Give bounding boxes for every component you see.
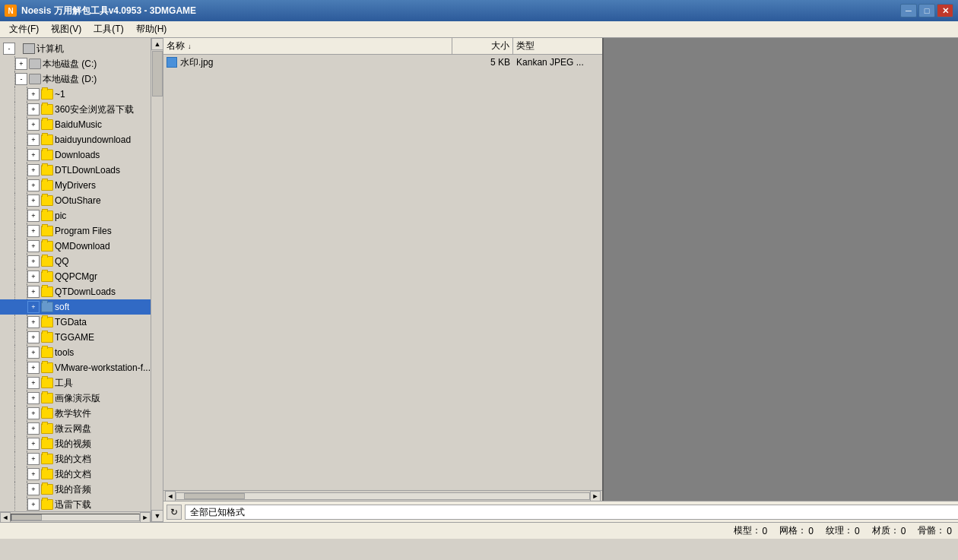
expand-drive-c[interactable]: + — [15, 58, 27, 70]
status-bone-value: 0 — [947, 526, 952, 536]
tree-node-computer[interactable]: - 计算机 — [0, 41, 151, 56]
tree-node-folder-tools[interactable]: + tools — [0, 345, 151, 360]
tree-node-folder-mydrivers[interactable]: + MyDrivers — [0, 178, 151, 193]
expand-folder-tools-cn[interactable]: + — [27, 377, 40, 389]
file-hscroll-right[interactable]: ► — [590, 491, 601, 501]
expand-folder-vmware[interactable]: + — [27, 362, 40, 374]
tree-node-folder-qq[interactable]: + QQ — [0, 254, 151, 269]
expand-folder-mydoc2[interactable]: + — [27, 468, 40, 480]
tree-node-folder-tggame[interactable]: + TGGAME — [0, 330, 151, 345]
expand-folder-qmdownload[interactable]: + — [27, 240, 40, 252]
tree-hscroll-thumb[interactable] — [11, 514, 42, 520]
expand-folder-downloads[interactable]: + — [27, 149, 40, 161]
status-mesh-label: 网格： — [779, 524, 807, 537]
expand-folder-1[interactable]: + — [27, 88, 40, 100]
expand-folder-dtl[interactable]: + — [27, 164, 40, 176]
tree-node-folder-thunder[interactable]: + 迅雷下载 — [0, 497, 151, 511]
tree-node-folder-mydoc[interactable]: + 我的文档 — [0, 451, 151, 467]
column-size-label: 大小 — [491, 40, 509, 51]
expand-folder-tgdata[interactable]: + — [27, 316, 40, 328]
tree-node-folder-1[interactable]: + ~1 — [0, 87, 151, 102]
tree-node-folder-dtl[interactable]: + DTLDownLoads — [0, 163, 151, 178]
maximize-button[interactable]: □ — [918, 4, 935, 17]
tree-node-drive-c[interactable]: + 本地磁盘 (C:) — [0, 56, 151, 71]
tree-vscroll-track[interactable] — [151, 50, 163, 510]
tree-node-folder-programfiles[interactable]: + Program Files — [0, 223, 151, 239]
tree-node-folder-qqpcmgr[interactable]: + QQPCMgr — [0, 269, 151, 284]
expand-folder-tools[interactable]: + — [27, 346, 40, 359]
tree-node-folder-baiduyun[interactable]: + baiduyundownload — [0, 132, 151, 147]
tree-node-drive-d[interactable]: - 本地磁盘 (D:) — [0, 71, 151, 87]
expand-folder-myaudio[interactable]: + — [27, 483, 40, 495]
expand-folder-360[interactable]: + — [27, 103, 40, 115]
expand-folder-qtdownloads[interactable]: + — [27, 286, 40, 298]
expand-folder-mydrivers[interactable]: + — [27, 179, 40, 191]
file-hscroll[interactable]: ◄ ► — [163, 490, 602, 501]
tree-vscroll-thumb[interactable] — [152, 51, 163, 96]
tree-label-folder-qqpcmgr: QQPCMgr — [55, 271, 97, 282]
tree-node-folder-mydoc2[interactable]: + 我的文档 — [0, 467, 151, 482]
column-size[interactable]: 大小 — [452, 38, 513, 54]
refresh-button[interactable]: ↻ — [167, 505, 182, 520]
tree-node-folder-weiyun[interactable]: + 微云网盘 — [0, 421, 151, 436]
tree-vertical-scrollbar[interactable]: ▲ ▼ — [151, 38, 163, 522]
file-row-shuiyin[interactable]: 水印.jpg 5 KB Kankan JPEG ... — [163, 55, 602, 70]
tree-label-folder-tggame: TGGAME — [55, 332, 94, 343]
column-name[interactable]: 名称 ↓ — [163, 38, 452, 54]
expand-folder-baidu-music[interactable]: + — [27, 119, 40, 131]
expand-folder-myvideo[interactable]: + — [27, 438, 40, 450]
expand-folder-qq[interactable]: + — [27, 255, 40, 267]
tree-node-folder-pic[interactable]: + pic — [0, 208, 151, 223]
tree-hscroll-left[interactable]: ◄ — [0, 512, 11, 522]
menu-tools[interactable]: 工具(T) — [87, 21, 129, 37]
expand-folder-qqpcmgr[interactable]: + — [27, 271, 40, 283]
file-hscroll-thumb[interactable] — [184, 493, 245, 499]
column-type[interactable]: 类型 — [513, 38, 602, 54]
tree-node-folder-360[interactable]: + 360安全浏览器下载 — [0, 102, 151, 117]
expand-computer[interactable]: - — [3, 43, 15, 55]
tree-node-folder-myvideo[interactable]: + 我的视频 — [0, 436, 151, 451]
expand-folder-ootushare[interactable]: + — [27, 195, 40, 207]
expand-folder-tggame[interactable]: + — [27, 331, 40, 343]
minimize-button[interactable]: ─ — [900, 4, 917, 17]
tree-node-folder-software[interactable]: + 教学软件 — [0, 406, 151, 421]
tree-node-folder-myaudio[interactable]: + 我的音频 — [0, 482, 151, 497]
expand-folder-slideshow[interactable]: + — [27, 392, 40, 404]
tree-node-folder-qmdownload[interactable]: + QMDownload — [0, 239, 151, 254]
tree-node-folder-tgdata[interactable]: + TGData — [0, 315, 151, 330]
tree-node-folder-ootushare[interactable]: + OOtuShare — [0, 193, 151, 208]
format-select[interactable]: 全部已知格式 — [186, 505, 958, 519]
menu-help[interactable]: 帮助(H) — [130, 21, 173, 37]
tree-label-drive-c: 本地磁盘 (C:) — [43, 58, 97, 71]
tree-node-folder-baidu-music[interactable]: + BaiduMusic — [0, 117, 151, 132]
tree-hscroll-track[interactable] — [11, 514, 140, 521]
tree-node-folder-downloads[interactable]: + Downloads — [0, 147, 151, 163]
file-hscroll-track[interactable] — [176, 492, 590, 500]
expand-drive-d[interactable]: - — [15, 73, 27, 85]
tree-hscroll-right[interactable]: ► — [140, 512, 151, 522]
tree-horizontal-scrollbar[interactable]: ◄ ► — [0, 511, 151, 522]
expand-folder-soft[interactable]: + — [27, 301, 40, 313]
expand-folder-software[interactable]: + — [27, 407, 40, 419]
menu-view[interactable]: 视图(V) — [45, 21, 87, 37]
folder-baiduyun-icon — [41, 134, 53, 145]
expand-folder-baiduyun[interactable]: + — [27, 134, 40, 146]
status-model-value: 0 — [763, 526, 768, 536]
expand-folder-programfiles[interactable]: + — [27, 225, 40, 237]
close-button[interactable]: ✕ — [937, 4, 953, 17]
file-list-content[interactable]: 水印.jpg 5 KB Kankan JPEG ... — [163, 55, 602, 490]
tree-vscroll-up[interactable]: ▲ — [151, 38, 163, 50]
tree-node-folder-qtdownloads[interactable]: + QTDownLoads — [0, 284, 151, 299]
tree-vscroll-down[interactable]: ▼ — [151, 510, 163, 522]
expand-folder-thunder[interactable]: + — [27, 498, 40, 511]
tree-node-folder-tools-cn[interactable]: + 工具 — [0, 375, 151, 391]
tree-node-folder-slideshow[interactable]: + 画像演示版 — [0, 391, 151, 406]
expand-folder-pic[interactable]: + — [27, 210, 40, 222]
tree-node-folder-soft[interactable]: + soft — [0, 299, 151, 315]
menu-file[interactable]: 文件(F) — [3, 21, 45, 37]
expand-folder-mydoc[interactable]: + — [27, 453, 40, 465]
file-hscroll-left[interactable]: ◄ — [165, 491, 176, 501]
tree-container[interactable]: - 计算机 + 本地磁盘 (C:) - 本地磁盘 (D:) — [0, 38, 151, 511]
tree-node-folder-vmware[interactable]: + VMware-workstation-f... — [0, 360, 151, 375]
expand-folder-weiyun[interactable]: + — [27, 422, 40, 435]
